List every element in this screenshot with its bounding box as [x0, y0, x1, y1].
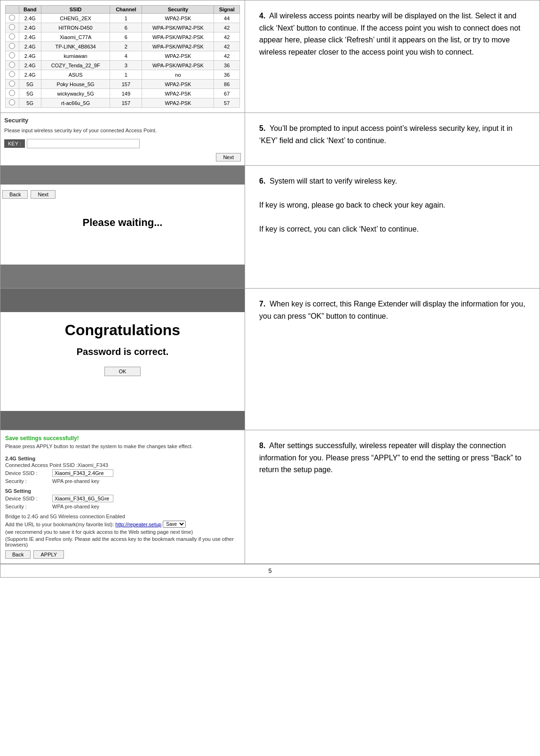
radio-cell[interactable] [6, 32, 19, 42]
ssid-cell: Poky House_5G [41, 80, 110, 89]
band-cell: 2.4G [19, 32, 41, 42]
channel-cell: 3 [110, 61, 142, 70]
security-cell: WPA2-PSK [142, 98, 214, 108]
congrats-top-bar [0, 289, 245, 312]
radio-cell[interactable] [6, 89, 19, 98]
ssid-cell: wickywacky_5G [41, 89, 110, 98]
ap-radio[interactable] [9, 80, 15, 87]
step6-panel: 6. System will start to verify wireless … [245, 166, 540, 288]
security-next-button[interactable]: Next [216, 153, 241, 161]
radio-cell[interactable] [6, 23, 19, 32]
table-row: 5G wickywacky_5G 149 WPA2-PSK 67 [6, 89, 240, 98]
channel-cell: 149 [110, 89, 142, 98]
security-cell: WPA-PSK/WPA2-PSK [142, 61, 214, 70]
ap-radio[interactable] [9, 62, 15, 68]
channel-cell: 6 [110, 23, 142, 32]
ap-radio[interactable] [9, 52, 15, 58]
security-cell: WPA-PSK/WPA2-PSK [142, 23, 214, 32]
radio-cell[interactable] [6, 42, 19, 51]
save-back-button[interactable]: Back [5, 550, 31, 559]
device-ssid-24g-row: Device SSID : [5, 469, 240, 477]
security-5g-label: Security : [5, 504, 52, 509]
band-cell: 5G [19, 98, 41, 108]
device-ssid-5g-input[interactable] [52, 495, 113, 502]
ap-radio[interactable] [9, 33, 15, 40]
security-cell: WPA2-PSK [142, 14, 214, 23]
security-24g-value: WPA pre-shared key [52, 478, 99, 484]
radio-cell[interactable] [6, 51, 19, 61]
ap-radio[interactable] [9, 99, 15, 105]
band-cell: 2.4G [19, 51, 41, 61]
security-24g-label: Security : [5, 478, 52, 484]
col-radio [6, 6, 19, 14]
band-cell: 2.4G [19, 23, 41, 32]
channel-cell: 2 [110, 42, 142, 51]
signal-cell: 86 [214, 80, 240, 89]
channel-cell: 6 [110, 32, 142, 42]
ssid-cell: rt-ac66u_5G [41, 98, 110, 108]
congrats-title: Congratulations [65, 322, 180, 339]
ok-button[interactable]: OK [104, 367, 141, 376]
table-row: 2.4G Xiaomi_C77A 6 WPA-PSK/WPA2-PSK 42 [6, 32, 240, 42]
step5-text: 5. You’ll be prompted to input access po… [259, 122, 525, 146]
security-title: Security [4, 117, 241, 124]
apply-button[interactable]: APPLY [33, 550, 64, 559]
device-ssid-24g-label: Device SSID : [5, 470, 52, 476]
radio-cell[interactable] [6, 61, 19, 70]
save-btn-row: Back APPLY [5, 550, 240, 559]
table-row: 2.4G ASUS 1 no 36 [6, 70, 240, 80]
radio-cell[interactable] [6, 80, 19, 89]
ap-radio[interactable] [9, 71, 15, 77]
save-select[interactable]: Save [163, 521, 186, 528]
step8-text: 8. After settings successfully, wireless… [259, 440, 525, 476]
band-cell: 2.4G [19, 61, 41, 70]
table-row: 2.4G TP-LINK_4B8634 2 WPA-PSK/WPA2-PSK 4… [6, 42, 240, 51]
device-ssid-5g-label: Device SSID : [5, 496, 52, 501]
security-cell: WPA2-PSK [142, 80, 214, 89]
radio-cell[interactable] [6, 98, 19, 108]
wifi-list-panel: Band SSID Channel Security Signal 2.4G C… [0, 0, 245, 113]
waiting-next-button[interactable]: Next [31, 190, 56, 199]
ok-btn-row: OK [104, 367, 141, 376]
security-5g-row: Security : WPA pre-shared key [5, 504, 240, 509]
waiting-text: Please waiting... [83, 217, 163, 229]
ap-ssid-label: Connected Access Point SSID : [5, 462, 78, 468]
row-1: Band SSID Channel Security Signal 2.4G C… [0, 0, 540, 113]
col-signal: Signal [214, 6, 240, 14]
waiting-back-button[interactable]: Back [2, 190, 28, 199]
wifi-table: Band SSID Channel Security Signal 2.4G C… [5, 5, 240, 108]
page-number: 5 [0, 564, 540, 577]
note2: (Supports IE and Firefox only. Please ad… [5, 536, 240, 547]
ap-radio[interactable] [9, 90, 15, 96]
bridge-text: Bridge to 2.4G and 5G Wireless connectio… [5, 514, 125, 519]
security-cell: WPA-PSK/WPA2-PSK [142, 32, 214, 42]
channel-cell: 157 [110, 98, 142, 108]
key-input[interactable] [27, 139, 140, 148]
band-cell: 2.4G [19, 42, 41, 51]
channel-cell: 1 [110, 14, 142, 23]
url-row: Add the URL to your bookmark(my favorite… [5, 521, 240, 528]
step7-panel: 7. When key is correct, this Range Exten… [245, 289, 540, 430]
key-row: KEY : [4, 139, 241, 148]
security-cell: no [142, 70, 214, 80]
ap-radio[interactable] [9, 15, 15, 21]
col-ssid: SSID [41, 6, 110, 14]
device-ssid-5g-row: Device SSID : [5, 495, 240, 502]
row-5: Save settings successfully! Please press… [0, 430, 540, 564]
ssid-cell: Xiaomi_C77A [41, 32, 110, 42]
step6-text3: If key is correct, you can click ‘Next’ … [259, 223, 525, 235]
security-desc: Please input wireless security key of yo… [4, 128, 241, 133]
row-2: Security Please input wireless security … [0, 113, 540, 166]
section-5g-title: 5G Setting [5, 488, 240, 494]
device-ssid-24g-input[interactable] [52, 469, 113, 477]
signal-cell: 36 [214, 61, 240, 70]
waiting-bottom-bar [0, 265, 245, 288]
section-24g-title: 2.4G Setting [5, 456, 240, 461]
ssid-cell: kurniawan [41, 51, 110, 61]
table-row: 5G Poky House_5G 157 WPA2-PSK 86 [6, 80, 240, 89]
page-container: Band SSID Channel Security Signal 2.4G C… [0, 0, 540, 578]
ap-radio[interactable] [9, 24, 15, 30]
ap-radio[interactable] [9, 43, 15, 49]
radio-cell[interactable] [6, 70, 19, 80]
radio-cell[interactable] [6, 14, 19, 23]
